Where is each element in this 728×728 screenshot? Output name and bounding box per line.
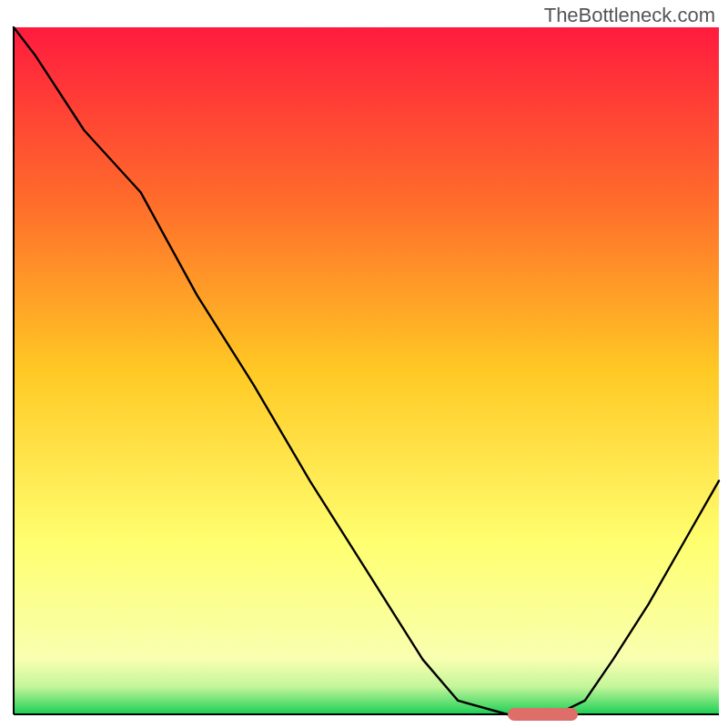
bottleneck-chart: TheBottleneck.com bbox=[0, 0, 728, 728]
chart-svg bbox=[0, 0, 728, 728]
threshold-marker bbox=[508, 708, 579, 721]
plot-background bbox=[14, 27, 719, 714]
watermark: TheBottleneck.com bbox=[544, 4, 715, 27]
plot-bottom-strip bbox=[0, 714, 728, 728]
